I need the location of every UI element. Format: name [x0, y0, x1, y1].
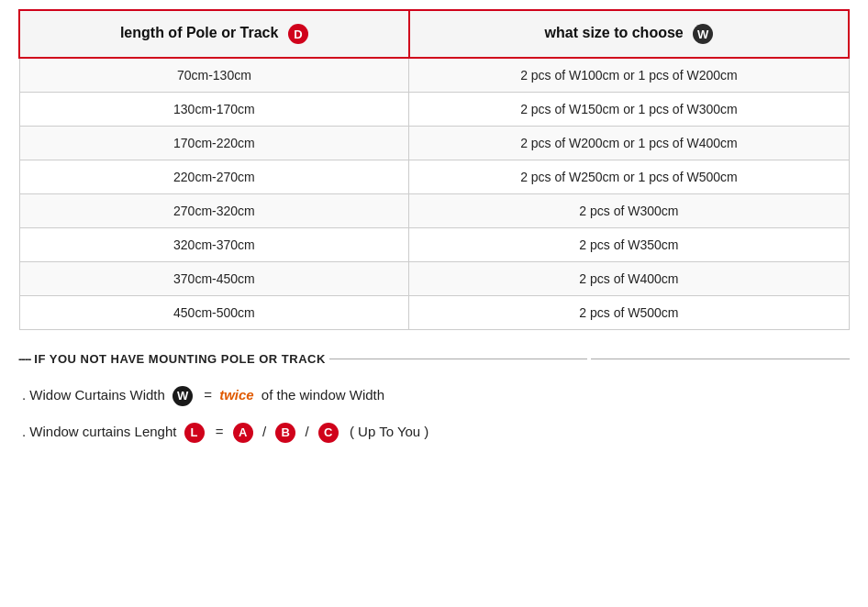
size-cell: 2 pcs of W250cm or 1 pcs of W500cm — [409, 160, 849, 194]
range-cell: 270cm-320cm — [19, 194, 409, 228]
badge-C: C — [318, 423, 339, 443]
table-row: 320cm-370cm2 pcs of W350cm — [19, 228, 849, 262]
info-line-2: . Window curtains Lenght L = A / B / C (… — [18, 421, 850, 443]
info-line-1: . Widow Curtains Width W = twice of the … — [18, 384, 850, 406]
col1-badge: D — [288, 24, 308, 44]
size-cell: 2 pcs of W500cm — [409, 296, 849, 330]
range-cell: 70cm-130cm — [19, 58, 409, 93]
table-row: 370cm-450cm2 pcs of W400cm — [19, 262, 849, 296]
size-cell: 2 pcs of W400cm — [409, 262, 849, 296]
range-cell: 170cm-220cm — [19, 127, 409, 160]
table-row: 220cm-270cm2 pcs of W250cm or 1 pcs of W… — [19, 160, 849, 194]
range-cell: 450cm-500cm — [19, 296, 409, 330]
table-row: 130cm-170cm2 pcs of W150cm or 1 pcs of W… — [19, 93, 849, 127]
range-cell: 320cm-370cm — [19, 228, 409, 262]
table-row: 450cm-500cm2 pcs of W500cm — [19, 296, 849, 330]
size-cell: 2 pcs of W350cm — [409, 228, 849, 262]
range-cell: 370cm-450cm — [19, 262, 409, 296]
table-row: 70cm-130cm2 pcs of W100cm or 1 pcs of W2… — [19, 58, 849, 93]
range-cell: 220cm-270cm — [19, 160, 409, 194]
col1-header: length of Pole or Track D — [19, 10, 409, 58]
size-cell: 2 pcs of W300cm — [409, 194, 849, 228]
size-cell: 2 pcs of W100cm or 1 pcs of W200cm — [409, 58, 849, 93]
col2-badge: W — [693, 24, 713, 44]
table-row: 270cm-320cm2 pcs of W300cm — [19, 194, 849, 228]
size-cell: 2 pcs of W200cm or 1 pcs of W400cm — [409, 127, 849, 160]
size-cell: 2 pcs of W150cm or 1 pcs of W300cm — [409, 93, 849, 127]
badge-B: B — [275, 423, 295, 443]
badge-W: W — [172, 386, 193, 406]
badge-L: L — [184, 423, 205, 443]
table-row: 170cm-220cm2 pcs of W200cm or 1 pcs of W… — [19, 127, 849, 160]
size-guide-table: length of Pole or Track D what size to c… — [18, 9, 850, 330]
divider-section: If you not have mounting pole or track .… — [18, 352, 850, 443]
col2-header: what size to choose W — [409, 10, 849, 58]
badge-A: A — [233, 423, 253, 443]
range-cell: 130cm-170cm — [19, 93, 409, 127]
divider-text: If you not have mounting pole or track — [18, 352, 850, 366]
